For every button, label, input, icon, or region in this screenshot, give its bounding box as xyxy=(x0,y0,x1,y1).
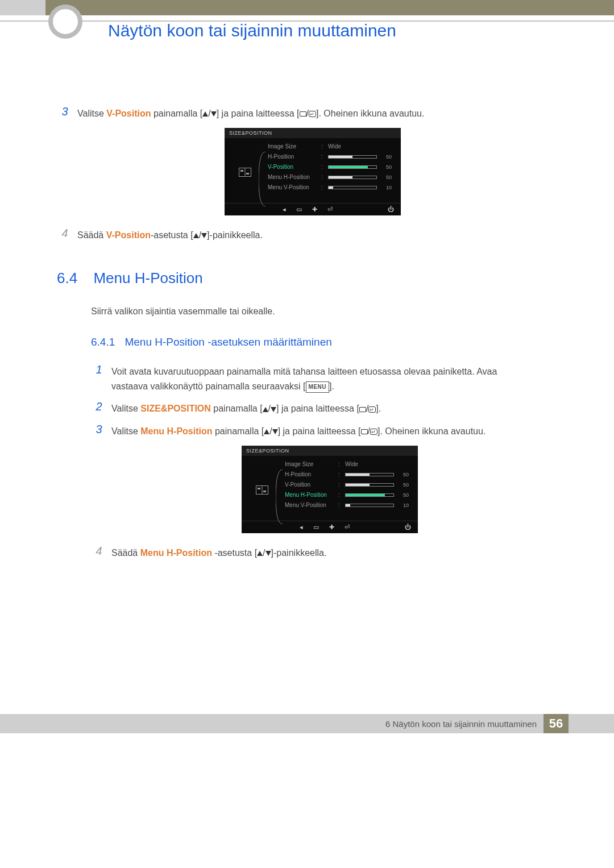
osd-bar-fill xyxy=(329,166,368,168)
text: vastaava valikkonäyttö painamalla seuraa… xyxy=(111,381,306,391)
plus-icon: ✚ xyxy=(329,524,334,531)
svg-rect-6 xyxy=(258,488,260,489)
colon: : xyxy=(321,153,325,160)
colon: : xyxy=(321,164,325,170)
text: ]. xyxy=(376,404,381,413)
page-footer: 6 Näytön koon tai sijainnin muuttaminen … xyxy=(0,714,614,733)
osd-bar-fill xyxy=(346,474,370,476)
section-title: Menu H-Position xyxy=(93,269,202,286)
page-title: Näytön koon tai sijainnin muuttaminen xyxy=(108,21,396,40)
text: ]. Oheinen ikkuna avautuu. xyxy=(316,109,424,118)
power-icon: ⏻ xyxy=(405,524,411,530)
source-icon xyxy=(359,407,366,412)
osd-bar xyxy=(328,165,377,169)
osd-label: Menu H-Position xyxy=(268,174,318,180)
osd-bar-fill xyxy=(329,156,352,158)
text: Valitse xyxy=(111,404,140,413)
osd-footer: ◂ ▭ ✚ ⏎ ⏻ xyxy=(225,203,401,215)
step-text: Valitse V-Position painamalla [/] ja pai… xyxy=(77,105,424,121)
osd-row-menu-v-position: Menu V-Position : 10 xyxy=(285,500,413,510)
osd-value: 50 xyxy=(397,482,409,488)
osd-bar xyxy=(345,504,394,507)
osd-list: Image Size : Wide H-Position : 50 V-Posi… xyxy=(273,459,413,510)
enter-icon: ⏎ xyxy=(345,524,350,531)
step-text: Voit avata kuvaruutuoppaan painamalla mi… xyxy=(111,363,497,393)
colon: : xyxy=(338,502,342,508)
footer-right-block xyxy=(569,714,614,733)
step-2: 2 Valitse SIZE&POSITION painamalla [/] j… xyxy=(91,400,569,416)
osd-row-v-position: V-Position : 50 xyxy=(285,480,413,490)
up-arrow-icon xyxy=(193,233,199,238)
text: Säädä xyxy=(111,548,140,558)
osd-value: Wide xyxy=(345,461,358,467)
osd-label: H-Position xyxy=(268,153,318,160)
osd-panel-2: SIZE&POSITION Image Size xyxy=(242,446,418,533)
footer-chapter-label: 6 Näytön koon tai sijainnin muuttaminen xyxy=(45,714,544,733)
step-text: Säädä V-Position-asetusta [/]-painikkeel… xyxy=(77,227,263,243)
step-number: 3 xyxy=(91,423,107,436)
osd-row-menu-h-position: Menu H-Position : 50 xyxy=(268,172,396,182)
power-icon: ⏻ xyxy=(388,206,394,213)
menu-button-label: MENU xyxy=(306,381,329,393)
osd-value: 50 xyxy=(380,154,392,160)
enter-icon xyxy=(370,429,377,435)
step-number: 1 xyxy=(91,363,107,376)
up-arrow-icon xyxy=(202,111,208,117)
subsection-number: 6.4.1 xyxy=(91,336,122,348)
term-v-position: V-Position xyxy=(106,109,151,118)
osd-footer: ◂ ▭ ✚ ⏎ ⏻ xyxy=(242,521,418,533)
osd-body: Image Size : Wide H-Position : 50 V-Posi… xyxy=(242,456,418,521)
step-3: 3 Valitse Menu H-Position painamalla [/]… xyxy=(91,423,569,439)
osd-value: 50 xyxy=(380,175,392,180)
osd-bar xyxy=(328,176,377,179)
osd-row-image-size: Image Size : Wide xyxy=(268,142,396,152)
osd-footer-icons: ◂ ▭ ✚ ⏎ xyxy=(300,524,350,531)
source-icon xyxy=(361,429,368,434)
step-number: 2 xyxy=(91,400,107,413)
text: painamalla [ xyxy=(211,404,263,413)
text: ] ja paina laitteessa [ xyxy=(278,426,361,436)
top-bar xyxy=(0,0,614,15)
osd-bar-fill xyxy=(329,176,352,178)
minus-icon: ▭ xyxy=(296,206,302,213)
osd-value: 10 xyxy=(397,502,409,508)
bracket-icon xyxy=(276,470,284,524)
text: ]-painikkeella. xyxy=(271,548,327,558)
step-number: 3 xyxy=(57,105,73,118)
osd-bar-fill xyxy=(346,494,385,496)
step-1: 1 Voit avata kuvaruutuoppaan painamalla … xyxy=(91,363,569,393)
osd-value: 10 xyxy=(380,185,392,190)
osd-panel-1: SIZE&POSITION Image Size : Wide xyxy=(225,128,401,215)
osd-list: Image Size : Wide H-Position : 50 V-Posi… xyxy=(256,142,396,193)
osd-label: V-Position xyxy=(285,481,335,488)
osd-row-menu-v-position: Menu V-Position : 10 xyxy=(268,182,396,193)
osd-title: SIZE&POSITION xyxy=(225,128,401,138)
step-text: Valitse SIZE&POSITION painamalla [/] ja … xyxy=(111,400,381,416)
text: Valitse xyxy=(111,426,140,436)
step-text: Säädä Menu H-Position -asetusta [/]-pain… xyxy=(111,545,326,560)
text: -asetusta [ xyxy=(151,230,193,240)
osd-bar xyxy=(328,186,377,189)
left-icon: ◂ xyxy=(283,206,286,213)
steps-block: 1 Voit avata kuvaruutuoppaan painamalla … xyxy=(91,363,569,560)
enter-icon xyxy=(368,406,376,413)
osd-value: Wide xyxy=(328,143,341,149)
section-6-4: 6.4 Menu H-Position xyxy=(57,269,569,287)
osd-row-h-position: H-Position : 50 xyxy=(285,470,413,480)
osd-title: SIZE&POSITION xyxy=(242,446,418,456)
osd-label: Image Size xyxy=(268,143,318,149)
osd-category-icon xyxy=(251,459,273,510)
up-arrow-icon xyxy=(264,429,269,434)
colon: : xyxy=(338,461,342,467)
down-arrow-icon xyxy=(211,111,217,117)
up-arrow-icon xyxy=(257,551,263,556)
osd-label: Menu V-Position xyxy=(285,502,335,508)
text: -asetusta [ xyxy=(212,548,257,558)
up-arrow-icon xyxy=(263,407,268,412)
size-position-icon xyxy=(239,168,251,177)
text: ]. Oheinen ikkuna avautuu. xyxy=(377,426,486,436)
osd-bar-fill xyxy=(346,484,370,486)
minus-icon: ▭ xyxy=(313,524,319,531)
osd-category-icon xyxy=(234,142,256,193)
content: 3 Valitse V-Position painamalla [/] ja p… xyxy=(57,105,569,567)
